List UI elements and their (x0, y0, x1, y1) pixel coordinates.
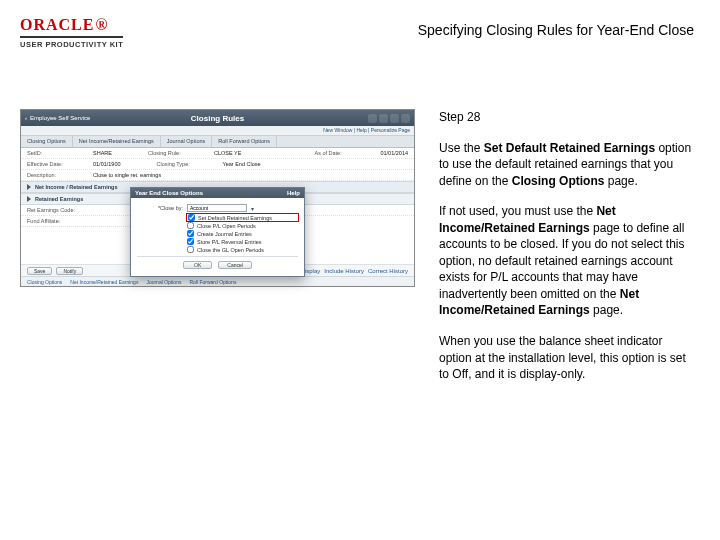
triangle-icon (27, 184, 31, 190)
bottom-link-roll-forward[interactable]: Roll Forward Options (189, 279, 236, 285)
tab-net-income[interactable]: Net Income/Retained Earnings (73, 136, 161, 147)
tab-closing-options[interactable]: Closing Options (21, 136, 73, 147)
instruction-panel: Step 28 Use the Set Default Retained Ear… (439, 109, 694, 397)
tabbar: Closing Options Net Income/Retained Earn… (21, 136, 414, 148)
label-as-of: As of Date: (314, 150, 374, 156)
app-titlebar: ‹ Employee Self Service Closing Rules (21, 110, 414, 126)
dialog-titlebar: Year End Close Options Help (131, 188, 304, 198)
step-number: Step 28 (439, 109, 694, 126)
chk-set-default-ret-earnings-label: Set Default Retained Earnings (198, 215, 272, 221)
instruction-para-1: Use the Set Default Retained Earnings op… (439, 140, 694, 190)
include-history-link[interactable]: Include History (324, 268, 364, 274)
page-title: Specifying Closing Rules for Year-End Cl… (0, 22, 694, 38)
value-closing-rule: CLOSE YE (214, 150, 241, 156)
section-retained-label: Retained Earnings (35, 196, 83, 202)
section-net-income-label: Net Income / Retained Earnings (35, 184, 118, 190)
chk-close-gl-open-label: Close the GL Open Periods (197, 247, 264, 253)
row-effdate: Effective Date: 01/01/1900 Closing Type:… (21, 159, 414, 170)
chk-store-reversal[interactable]: Store P/L Reversal Entries (187, 238, 298, 245)
chk-set-default-ret-earnings[interactable]: Set Default Retained Earnings (187, 214, 298, 221)
label-closing-type: Closing Type: (157, 161, 217, 167)
dialog-help-link[interactable]: Help (287, 190, 300, 196)
instruction-para-2: If not used, you must use the Net Income… (439, 203, 694, 319)
correct-history-link[interactable]: Correct History (368, 268, 408, 274)
chk-create-journal-label: Create Journal Entries (197, 231, 252, 237)
bottom-tab-links: Closing Options Net Income/Retained Earn… (21, 276, 414, 286)
bottom-link-journal[interactable]: Journal Options (146, 279, 181, 285)
dropdown-icon[interactable]: ▾ (251, 205, 254, 212)
field-close-by: *Close by: ▾ (137, 204, 298, 212)
row-description: Description: Close to single ret. earnin… (21, 170, 414, 181)
value-as-of: 01/01/2014 (380, 150, 408, 156)
chk-set-default-ret-earnings-box[interactable] (188, 214, 195, 221)
value-effdate[interactable]: 01/01/1900 (93, 161, 121, 167)
label-fund-aff: Fund Affiliate: (27, 218, 87, 224)
close-by-input[interactable] (187, 204, 247, 212)
app-util-links-text: New Window | Help | Personalize Page (323, 127, 410, 133)
year-end-options-dialog: Year End Close Options Help *Close by: ▾… (130, 187, 305, 277)
tab-journal-options[interactable]: Journal Options (161, 136, 213, 147)
value-closing-type: Year End Close (223, 161, 261, 167)
bottom-link-net-income[interactable]: Net Income/Retained Earnings (70, 279, 138, 285)
chk-close-pl-open[interactable]: Close P/L Open Periods (187, 222, 298, 229)
chk-create-journal[interactable]: Create Journal Entries (187, 230, 298, 237)
chk-store-reversal-label: Store P/L Reversal Entries (197, 239, 262, 245)
notify-button[interactable]: Notify (56, 267, 83, 275)
value-description[interactable]: Close to single ret. earnings (93, 172, 161, 178)
app-util-links[interactable]: New Window | Help | Personalize Page (21, 126, 414, 136)
row-setid: SetID: SHARE Closing Rule: CLOSE YE As o… (21, 148, 414, 159)
chk-create-journal-box[interactable] (187, 230, 194, 237)
label-effdate: Effective Date: (27, 161, 87, 167)
save-button[interactable]: Save (27, 267, 52, 275)
chk-close-gl-open-box[interactable] (187, 246, 194, 253)
chk-close-gl-open[interactable]: Close the GL Open Periods (187, 246, 298, 253)
label-ret-code: Ret Earnings Code: (27, 207, 87, 213)
label-setid: SetID: (27, 150, 87, 156)
ok-button[interactable]: OK (183, 261, 212, 269)
label-description: Description: (27, 172, 87, 178)
triangle-icon (27, 196, 31, 202)
label-close-by: *Close by: (137, 205, 183, 211)
chk-store-reversal-box[interactable] (187, 238, 194, 245)
label-closing-rule: Closing Rule: (148, 150, 208, 156)
dialog-title: Year End Close Options (135, 190, 203, 196)
instruction-para-3: When you use the balance sheet indicator… (439, 333, 694, 383)
chk-close-pl-open-label: Close P/L Open Periods (197, 223, 256, 229)
value-setid: SHARE (93, 150, 112, 156)
tab-roll-forward[interactable]: Roll Forward Options (212, 136, 277, 147)
training-screenshot: ‹ Employee Self Service Closing Rules Ne… (20, 109, 415, 397)
bottom-link-closing-options[interactable]: Closing Options (27, 279, 62, 285)
cancel-button[interactable]: Cancel (218, 261, 252, 269)
app-window-title: Closing Rules (21, 114, 414, 123)
chk-close-pl-open-box[interactable] (187, 222, 194, 229)
